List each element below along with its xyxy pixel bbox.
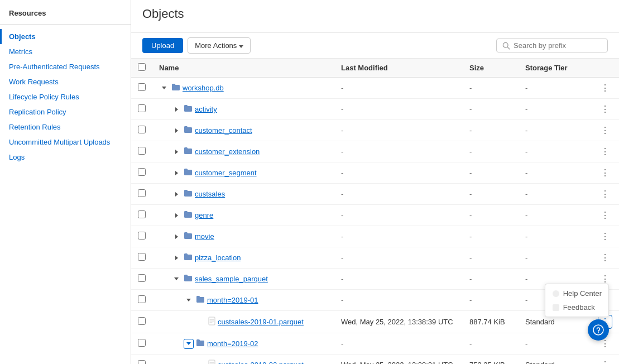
object-name-link[interactable]: customer_extension — [195, 147, 260, 156]
row-actions-button[interactable]: ⋮ — [598, 188, 612, 200]
row-check-cell — [131, 205, 152, 226]
row-checkbox[interactable] — [138, 339, 146, 347]
expand-button[interactable] — [171, 232, 181, 242]
chevron-right-icon — [175, 171, 178, 175]
object-name-link[interactable]: custsales-2019-01.parquet — [218, 318, 304, 326]
upload-button[interactable]: Upload — [142, 38, 183, 53]
more-actions-button[interactable]: More Actions — [188, 37, 251, 54]
row-tier-cell: - — [519, 205, 591, 226]
expand-button[interactable] — [171, 253, 181, 263]
sidebar-item-lifecycle[interactable]: Lifecycle Policy Rules — [0, 89, 131, 104]
row-actions-button[interactable]: ⋮ — [598, 358, 612, 364]
object-name-link[interactable]: custsales-2019-02.parquet — [218, 361, 304, 364]
search-input[interactable] — [514, 41, 602, 50]
sidebar-item-metrics[interactable]: Metrics — [0, 44, 131, 59]
chevron-right-icon — [175, 128, 178, 133]
sidebar-item-logs[interactable]: Logs — [0, 150, 131, 165]
expand-button[interactable] — [171, 274, 181, 284]
object-name-link[interactable]: activity — [195, 105, 217, 113]
help-menu-item-2[interactable]: Feedback — [545, 300, 608, 314]
object-name-link[interactable]: sales_sample_parquet — [195, 275, 268, 283]
row-actions-button[interactable]: ⋮ — [598, 230, 612, 243]
folder-icon — [184, 232, 193, 240]
sidebar-item-work-requests[interactable]: Work Requests — [0, 74, 131, 89]
row-action-cell: ⋮ — [591, 355, 619, 365]
folder-icon — [184, 253, 193, 261]
help-button[interactable] — [588, 319, 609, 341]
row-actions-button[interactable]: ⋮ — [598, 166, 612, 179]
expand-button[interactable] — [184, 339, 194, 349]
row-modified-cell: - — [334, 120, 463, 141]
row-checkbox[interactable] — [138, 210, 146, 218]
row-checkbox[interactable] — [138, 126, 146, 133]
search-icon — [502, 42, 510, 50]
row-actions-button[interactable]: ⋮ — [598, 124, 612, 137]
object-name-link[interactable]: month=2019-01 — [207, 296, 258, 304]
row-checkbox[interactable] — [138, 168, 146, 176]
row-modified-cell: - — [334, 247, 463, 269]
row-actions-button[interactable]: ⋮ — [598, 145, 612, 158]
row-checkbox[interactable] — [138, 274, 146, 282]
sidebar-item-replication[interactable]: Replication Policy — [0, 104, 131, 119]
folder-icon — [171, 83, 180, 91]
object-name-link[interactable]: workshop.db — [183, 84, 224, 92]
row-checkbox[interactable] — [138, 295, 146, 303]
sidebar-item-retention[interactable]: Retention Rules — [0, 119, 131, 135]
row-checkbox[interactable] — [138, 83, 146, 91]
row-check-cell — [131, 162, 152, 184]
folder-icon — [184, 168, 193, 178]
row-checkbox[interactable] — [138, 147, 146, 155]
help-menu-item-1[interactable]: Help Center — [545, 286, 608, 300]
row-checkbox[interactable] — [138, 317, 146, 325]
sidebar-item-objects[interactable]: Objects — [0, 29, 131, 44]
row-name-cell: customer_extension — [152, 141, 334, 162]
sidebar-divider — [0, 24, 131, 25]
folder-icon — [184, 210, 193, 218]
row-checkbox[interactable] — [138, 189, 146, 197]
row-actions-button[interactable]: ⋮ — [598, 251, 612, 264]
sidebar-item-uncommitted[interactable]: Uncommitted Multipart Uploads — [0, 135, 131, 150]
row-actions-button[interactable]: ⋮ — [598, 82, 612, 94]
row-action-cell: ⋮ — [591, 184, 619, 205]
chevron-down-icon — [162, 87, 166, 89]
expand-button[interactable] — [171, 189, 181, 199]
object-name-link[interactable]: month=2019-02 — [207, 339, 258, 348]
row-tier-cell: - — [519, 78, 591, 99]
row-checkbox[interactable] — [138, 232, 146, 240]
expand-button[interactable] — [171, 147, 181, 157]
object-name-link[interactable]: customer_contact — [195, 126, 252, 135]
row-checkbox[interactable] — [138, 253, 146, 261]
folder-icon — [184, 253, 193, 262]
row-check-cell — [131, 99, 152, 120]
object-name-link[interactable]: movie — [195, 232, 214, 241]
modified-col-header: Last Modified — [334, 59, 463, 78]
row-actions-button[interactable]: ⋮ — [598, 209, 612, 222]
expand-button[interactable] — [159, 83, 169, 93]
folder-icon — [184, 210, 193, 220]
row-tier-cell: - — [519, 162, 591, 184]
row-checkbox[interactable] — [138, 360, 146, 364]
row-action-cell: ⋮ — [591, 99, 619, 120]
sidebar-item-pre-auth[interactable]: Pre-Authenticated Requests — [0, 59, 131, 74]
expand-button[interactable] — [171, 104, 181, 114]
select-all-checkbox[interactable] — [138, 63, 146, 71]
table-row: customer_extension---⋮ — [131, 141, 619, 162]
expand-button[interactable] — [171, 126, 181, 136]
row-modified-cell: - — [334, 99, 463, 120]
row-modified-cell: - — [334, 141, 463, 162]
row-action-cell: ⋮ — [591, 120, 619, 141]
object-name-link[interactable]: pizza_location — [195, 253, 241, 262]
expand-button[interactable] — [184, 295, 194, 305]
expand-button[interactable] — [171, 168, 181, 178]
object-name-link[interactable]: genre — [195, 211, 213, 219]
object-name-link[interactable]: customer_segment — [195, 169, 257, 177]
row-tier-cell: - — [519, 99, 591, 120]
row-name-cell: custsales — [152, 184, 334, 205]
row-size-cell: - — [463, 162, 519, 184]
expand-button[interactable] — [171, 210, 181, 221]
row-checkbox[interactable] — [138, 104, 146, 112]
row-actions-button[interactable]: ⋮ — [598, 103, 612, 116]
chevron-right-icon — [175, 234, 178, 239]
object-name-link[interactable]: custsales — [195, 190, 225, 198]
folder-icon — [184, 126, 193, 133]
